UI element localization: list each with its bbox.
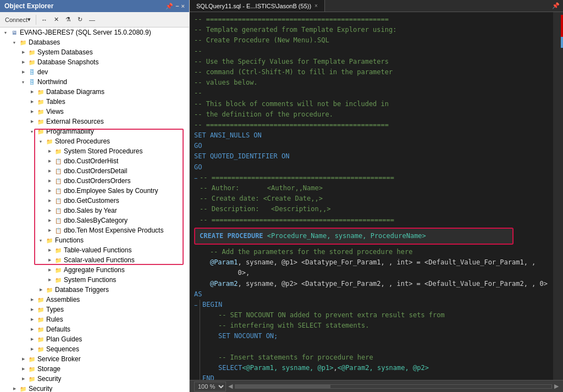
expand-server[interactable] — [1, 28, 10, 37]
expand-db-snapshots[interactable] — [19, 58, 27, 67]
tree-item-security-db[interactable]: 📁 Security — [0, 374, 189, 384]
expand-storage[interactable] — [19, 365, 27, 373]
tree-item-aggregate-funcs[interactable]: 📁 Aggregate Functions — [0, 265, 189, 275]
tree-item-assemblies[interactable]: 📁 Assemblies — [0, 295, 189, 305]
tree-item-table-valued[interactable]: 📁 Table-valued Functions — [0, 245, 189, 255]
expand-plan-guides[interactable] — [27, 335, 36, 344]
expand-system-funcs[interactable] — [45, 275, 54, 284]
tree-item-security-top[interactable]: 📁 Security — [0, 384, 189, 392]
expand-programmability[interactable] — [27, 127, 36, 136]
expand-assemblies[interactable] — [27, 295, 36, 304]
collapse-button[interactable]: — — [86, 15, 98, 25]
tree-item-northwind[interactable]: 🗄 Northwind — [0, 77, 189, 87]
expand-table-valued[interactable] — [45, 246, 54, 255]
refresh-button[interactable]: ↻ — [75, 14, 85, 25]
code-text — [194, 257, 210, 278]
db-diagrams-icon: 📁 — [36, 87, 45, 96]
connect-dropdown-icon[interactable]: ▾ — [27, 16, 31, 23]
tree-item-db-diagrams[interactable]: 📁 Database Diagrams — [0, 87, 189, 97]
tree-item-get-customers[interactable]: 📋 dbo.GetCustomers — [0, 196, 189, 206]
db-triggers-icon: 📁 — [45, 285, 54, 294]
tree-item-cust-orders-detail[interactable]: 📋 dbo.CustOrdersDetail — [0, 166, 189, 176]
tree-item-views[interactable]: 📁 Views — [0, 107, 189, 117]
tree-item-service-broker[interactable]: 📁 Service Broker — [0, 354, 189, 364]
tree-item-stored-procs[interactable]: 📁 Stored Procedures — [0, 136, 189, 146]
tree-item-employee-sales[interactable]: 📋 dbo.Employee Sales by Country — [0, 186, 189, 196]
tree-container[interactable]: 🖥 EVANG-JBERES7 (SQL Server 15.0.2080.9)… — [0, 27, 189, 392]
tree-item-functions[interactable]: 📁 Functions — [0, 235, 189, 245]
tree-item-ten-most-expensive[interactable]: 📋 dbo.Ten Most Expensive Products — [0, 225, 189, 235]
zoom-select[interactable]: 100 % — [194, 382, 226, 391]
tab-close-button[interactable]: × — [314, 3, 318, 9]
code-line: SELECT <@Param1, sysname, @p1>, <@Param2… — [202, 363, 549, 373]
tree-item-types[interactable]: 📁 Types — [0, 305, 189, 314]
expand-sales-by-year[interactable] — [45, 206, 54, 215]
expand-northwind[interactable] — [19, 78, 27, 86]
expand-scalar-valued[interactable] — [45, 256, 54, 264]
pin-icon[interactable]: 📌 — [165, 3, 173, 10]
close-panel-icon[interactable]: × — [181, 3, 185, 10]
expand-security-db[interactable] — [19, 374, 27, 383]
tree-item-system-dbs[interactable]: 📁 System Databases — [0, 47, 189, 57]
minimize-icon[interactable]: − — [175, 3, 179, 10]
tree-item-storage[interactable]: 📁 Storage — [0, 364, 189, 374]
expand-cust-orders-orders[interactable] — [45, 176, 54, 185]
expand-sales-by-category[interactable] — [45, 216, 54, 225]
expand-cust-orders-detail[interactable] — [45, 167, 54, 175]
stop-button[interactable]: ✕ — [51, 14, 62, 25]
filter-button[interactable]: ⚗ — [63, 14, 74, 25]
expand-stored-procs[interactable] — [36, 137, 45, 146]
expand-rules[interactable] — [27, 315, 36, 324]
collapse-begin-icon[interactable]: − — [194, 301, 197, 310]
expand-external-resources[interactable] — [27, 117, 36, 126]
tree-item-cust-orders-orders[interactable]: 📋 dbo.CustOrdersOrders — [0, 176, 189, 186]
expand-db-diagrams[interactable] — [27, 87, 36, 96]
tree-item-server[interactable]: 🖥 EVANG-JBERES7 (SQL Server 15.0.2080.9) — [0, 27, 189, 37]
tree-item-system-stored-procs[interactable]: 📁 System Stored Procedures — [0, 146, 189, 156]
tree-item-sales-by-year[interactable]: 📋 dbo.Sales by Year — [0, 206, 189, 216]
expand-tables[interactable] — [27, 97, 36, 106]
expand-cust-order-hist[interactable] — [45, 157, 54, 165]
expand-system-stored-procs[interactable] — [45, 147, 54, 156]
tree-item-sales-by-category[interactable]: 📋 dbo.SalesByCategory — [0, 216, 189, 225]
tree-item-system-funcs[interactable]: 📁 System Functions — [0, 275, 189, 285]
expand-get-customers[interactable] — [45, 196, 54, 205]
code-editor[interactable]: -- =====================================… — [190, 12, 553, 380]
expand-service-broker[interactable] — [19, 355, 27, 363]
expand-employee-sales[interactable] — [45, 186, 54, 195]
tree-item-scalar-valued[interactable]: 📁 Scalar-valued Functions — [0, 255, 189, 265]
tree-item-cust-order-hist[interactable]: 📋 dbo.CustOrderHist — [0, 156, 189, 166]
tree-item-rules[interactable]: 📁 Rules — [0, 314, 189, 324]
expand-security-top[interactable] — [10, 384, 19, 392]
collapse-icon[interactable]: − — [194, 174, 197, 183]
tree-item-dev[interactable]: 🗄 dev — [0, 67, 189, 77]
tree-item-plan-guides[interactable]: 📁 Plan Guides — [0, 334, 189, 344]
expand-dev[interactable] — [19, 68, 27, 76]
editor-tab-active[interactable]: SQLQuery11.sql - E...ISTICS\JasonB (55))… — [190, 0, 325, 12]
tree-item-defaults[interactable]: 📁 Defaults — [0, 324, 189, 334]
tree-item-tables[interactable]: 📁 Tables — [0, 97, 189, 107]
expand-system-dbs[interactable] — [19, 48, 27, 57]
expand-aggregate-funcs[interactable] — [45, 266, 54, 274]
tree-item-db-triggers[interactable]: 📁 Database Triggers — [0, 285, 189, 295]
tree-item-external-resources[interactable]: 📁 External Resources — [0, 117, 189, 126]
tree-item-db-snapshots[interactable]: 📁 Database Snapshots — [0, 57, 189, 67]
new-query-button[interactable]: ↔ — [38, 15, 50, 25]
expand-types[interactable] — [27, 305, 36, 314]
scroll-left-icon[interactable]: ◀ — [228, 383, 233, 390]
expand-sequences[interactable] — [27, 345, 36, 354]
expand-functions[interactable] — [36, 236, 45, 245]
expand-views[interactable] — [27, 107, 36, 116]
editor-pin-icon[interactable]: 📌 — [552, 2, 560, 9]
expand-defaults[interactable] — [27, 325, 36, 334]
expand-databases[interactable] — [10, 38, 19, 47]
scroll-right-icon[interactable]: ▶ — [554, 383, 559, 390]
databases-icon: 📁 — [19, 38, 27, 47]
tree-item-databases[interactable]: 📁 Databases — [0, 37, 189, 47]
expand-ten-most-expensive[interactable] — [45, 226, 54, 235]
tree-item-programmability[interactable]: 📁 Programmability — [0, 126, 189, 136]
tree-item-sequences[interactable]: 📁 Sequences — [0, 344, 189, 354]
expand-db-triggers[interactable] — [36, 285, 45, 294]
db-diagrams-label: Database Diagrams — [45, 88, 104, 96]
connect-button[interactable]: Connect ▾ — [2, 14, 34, 25]
